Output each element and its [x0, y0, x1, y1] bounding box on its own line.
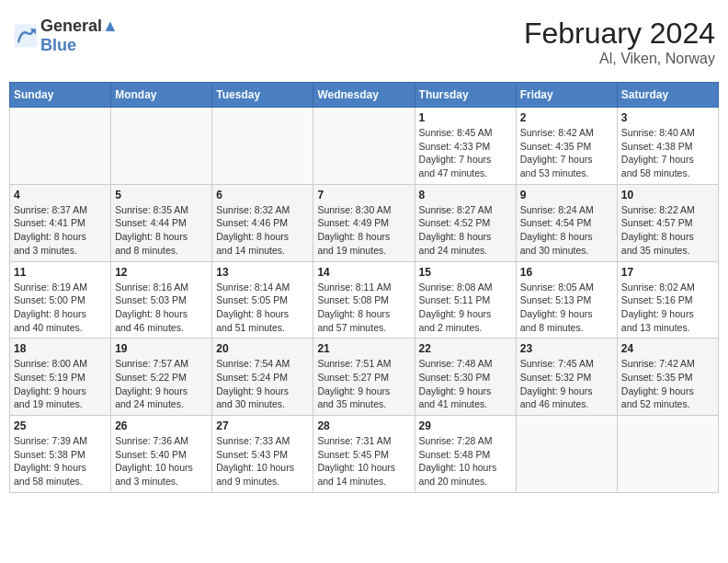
calendar-cell: 7Sunrise: 8:30 AM Sunset: 4:49 PM Daylig… — [313, 184, 415, 261]
day-number: 20 — [216, 342, 309, 355]
svg-rect-0 — [15, 25, 38, 48]
day-number: 3 — [621, 111, 714, 124]
day-info: Sunrise: 8:22 AM Sunset: 4:57 PM Dayligh… — [621, 203, 714, 258]
day-info: Sunrise: 7:28 AM Sunset: 5:48 PM Dayligh… — [419, 434, 512, 488]
day-info: Sunrise: 8:30 AM Sunset: 4:49 PM Dayligh… — [317, 203, 410, 258]
day-number: 19 — [115, 342, 208, 355]
day-info: Sunrise: 7:39 AM Sunset: 5:38 PM Dayligh… — [14, 434, 107, 488]
weekday-header-friday: Friday — [516, 83, 617, 108]
day-info: Sunrise: 8:24 AM Sunset: 4:54 PM Dayligh… — [520, 203, 613, 258]
title-block: February 2024 Al, Viken, Norway — [524, 17, 715, 67]
calendar-header-row: SundayMondayTuesdayWednesdayThursdayFrid… — [10, 83, 719, 108]
page-header: General▲ Blue February 2024 Al, Viken, N… — [9, 9, 719, 75]
weekday-header-thursday: Thursday — [415, 83, 516, 108]
calendar-cell: 21Sunrise: 7:51 AM Sunset: 5:27 PM Dayli… — [313, 339, 415, 416]
day-info: Sunrise: 7:57 AM Sunset: 5:22 PM Dayligh… — [115, 357, 208, 411]
weekday-header-saturday: Saturday — [617, 83, 718, 108]
day-info: Sunrise: 8:02 AM Sunset: 5:16 PM Dayligh… — [621, 281, 714, 335]
calendar-cell: 1Sunrise: 8:45 AM Sunset: 4:33 PM Daylig… — [415, 108, 516, 185]
day-info: Sunrise: 7:48 AM Sunset: 5:30 PM Dayligh… — [419, 357, 512, 411]
day-info: Sunrise: 8:00 AM Sunset: 5:19 PM Dayligh… — [14, 357, 107, 411]
day-number: 6 — [216, 189, 309, 201]
day-number: 16 — [520, 266, 613, 279]
calendar-cell: 12Sunrise: 8:16 AM Sunset: 5:03 PM Dayli… — [111, 261, 212, 339]
weekday-header-sunday: Sunday — [10, 83, 111, 108]
calendar-cell: 26Sunrise: 7:36 AM Sunset: 5:40 PM Dayli… — [111, 416, 212, 493]
calendar-cell: 2Sunrise: 8:42 AM Sunset: 4:35 PM Daylig… — [516, 108, 617, 185]
day-info: Sunrise: 7:33 AM Sunset: 5:43 PM Dayligh… — [216, 434, 309, 488]
day-number: 22 — [419, 342, 512, 355]
logo-icon — [13, 23, 39, 49]
day-info: Sunrise: 7:51 AM Sunset: 5:27 PM Dayligh… — [317, 357, 410, 411]
logo-text: General▲ Blue — [40, 17, 119, 55]
calendar-week-row: 11Sunrise: 8:19 AM Sunset: 5:00 PM Dayli… — [10, 261, 719, 339]
calendar-week-row: 4Sunrise: 8:37 AM Sunset: 4:41 PM Daylig… — [10, 184, 719, 261]
day-number: 21 — [317, 342, 410, 355]
calendar-cell: 27Sunrise: 7:33 AM Sunset: 5:43 PM Dayli… — [212, 416, 313, 493]
calendar-cell: 3Sunrise: 8:40 AM Sunset: 4:38 PM Daylig… — [617, 108, 718, 185]
day-info: Sunrise: 8:45 AM Sunset: 4:33 PM Dayligh… — [419, 126, 512, 180]
day-number: 14 — [317, 266, 410, 279]
calendar-cell: 25Sunrise: 7:39 AM Sunset: 5:38 PM Dayli… — [10, 416, 111, 493]
calendar-cell: 11Sunrise: 8:19 AM Sunset: 5:00 PM Dayli… — [10, 261, 111, 339]
calendar-cell: 23Sunrise: 7:45 AM Sunset: 5:32 PM Dayli… — [516, 339, 617, 416]
calendar-cell — [111, 108, 212, 185]
calendar-cell: 17Sunrise: 8:02 AM Sunset: 5:16 PM Dayli… — [617, 261, 718, 339]
day-info: Sunrise: 8:32 AM Sunset: 4:46 PM Dayligh… — [216, 203, 309, 258]
day-info: Sunrise: 8:37 AM Sunset: 4:41 PM Dayligh… — [14, 203, 107, 258]
day-info: Sunrise: 8:40 AM Sunset: 4:38 PM Dayligh… — [621, 126, 714, 180]
day-info: Sunrise: 8:19 AM Sunset: 5:00 PM Dayligh… — [14, 281, 107, 335]
day-number: 26 — [115, 419, 208, 432]
day-number: 12 — [115, 266, 208, 279]
calendar-cell: 18Sunrise: 8:00 AM Sunset: 5:19 PM Dayli… — [10, 339, 111, 416]
day-info: Sunrise: 8:08 AM Sunset: 5:11 PM Dayligh… — [419, 281, 512, 335]
day-number: 24 — [621, 342, 714, 355]
day-number: 18 — [14, 342, 107, 355]
day-info: Sunrise: 8:16 AM Sunset: 5:03 PM Dayligh… — [115, 281, 208, 335]
logo: General▲ Blue — [13, 17, 119, 55]
calendar-cell: 10Sunrise: 8:22 AM Sunset: 4:57 PM Dayli… — [617, 184, 718, 261]
day-info: Sunrise: 7:54 AM Sunset: 5:24 PM Dayligh… — [216, 357, 309, 411]
day-info: Sunrise: 8:42 AM Sunset: 4:35 PM Dayligh… — [520, 126, 613, 180]
weekday-header-tuesday: Tuesday — [212, 83, 313, 108]
calendar-cell: 24Sunrise: 7:42 AM Sunset: 5:35 PM Dayli… — [617, 339, 718, 416]
calendar-cell: 6Sunrise: 8:32 AM Sunset: 4:46 PM Daylig… — [212, 184, 313, 261]
day-number: 29 — [419, 419, 512, 432]
calendar-cell: 4Sunrise: 8:37 AM Sunset: 4:41 PM Daylig… — [10, 184, 111, 261]
day-info: Sunrise: 8:27 AM Sunset: 4:52 PM Dayligh… — [419, 203, 512, 258]
calendar-cell: 13Sunrise: 8:14 AM Sunset: 5:05 PM Dayli… — [212, 261, 313, 339]
location-title: Al, Viken, Norway — [524, 51, 715, 67]
day-number: 7 — [317, 189, 410, 201]
calendar-cell — [617, 416, 718, 493]
day-number: 5 — [115, 189, 208, 201]
calendar-cell: 16Sunrise: 8:05 AM Sunset: 5:13 PM Dayli… — [516, 261, 617, 339]
weekday-header-monday: Monday — [111, 83, 212, 108]
calendar-cell — [10, 108, 111, 185]
calendar-cell — [313, 108, 415, 185]
day-info: Sunrise: 7:45 AM Sunset: 5:32 PM Dayligh… — [520, 357, 613, 411]
day-info: Sunrise: 7:36 AM Sunset: 5:40 PM Dayligh… — [115, 434, 208, 488]
calendar-week-row: 18Sunrise: 8:00 AM Sunset: 5:19 PM Dayli… — [10, 339, 719, 416]
calendar-cell: 8Sunrise: 8:27 AM Sunset: 4:52 PM Daylig… — [415, 184, 516, 261]
calendar-cell: 15Sunrise: 8:08 AM Sunset: 5:11 PM Dayli… — [415, 261, 516, 339]
day-number: 17 — [621, 266, 714, 279]
calendar-cell: 14Sunrise: 8:11 AM Sunset: 5:08 PM Dayli… — [313, 261, 415, 339]
day-info: Sunrise: 8:14 AM Sunset: 5:05 PM Dayligh… — [216, 281, 309, 335]
calendar-cell — [516, 416, 617, 493]
month-title: February 2024 — [524, 17, 715, 51]
calendar-week-row: 1Sunrise: 8:45 AM Sunset: 4:33 PM Daylig… — [10, 108, 719, 185]
calendar-cell: 28Sunrise: 7:31 AM Sunset: 5:45 PM Dayli… — [313, 416, 415, 493]
day-number: 2 — [520, 111, 613, 124]
day-number: 8 — [419, 189, 512, 201]
day-number: 4 — [14, 189, 107, 201]
day-info: Sunrise: 7:31 AM Sunset: 5:45 PM Dayligh… — [317, 434, 410, 488]
calendar-table: SundayMondayTuesdayWednesdayThursdayFrid… — [9, 82, 719, 493]
calendar-cell: 9Sunrise: 8:24 AM Sunset: 4:54 PM Daylig… — [516, 184, 617, 261]
day-number: 13 — [216, 266, 309, 279]
day-info: Sunrise: 8:35 AM Sunset: 4:44 PM Dayligh… — [115, 203, 208, 258]
day-number: 10 — [621, 189, 714, 201]
day-info: Sunrise: 7:42 AM Sunset: 5:35 PM Dayligh… — [621, 357, 714, 411]
calendar-cell: 19Sunrise: 7:57 AM Sunset: 5:22 PM Dayli… — [111, 339, 212, 416]
day-info: Sunrise: 8:11 AM Sunset: 5:08 PM Dayligh… — [317, 281, 410, 335]
calendar-week-row: 25Sunrise: 7:39 AM Sunset: 5:38 PM Dayli… — [10, 416, 719, 493]
